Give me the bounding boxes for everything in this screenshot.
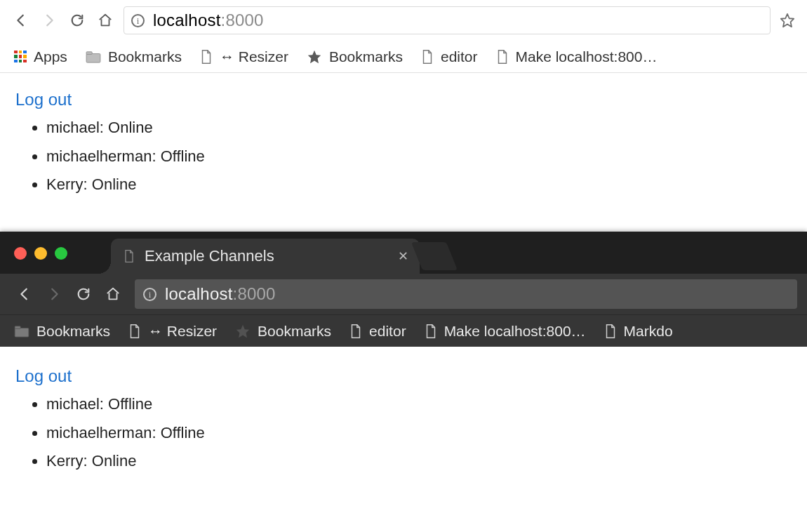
logout-link[interactable]: Log out — [15, 90, 72, 109]
list-item: michaelherman: Offline — [46, 142, 792, 171]
list-item: Kerry: Online — [46, 447, 792, 476]
bookmark-label: Apps — [34, 48, 67, 65]
bookmark-folder[interactable]: Bookmarks — [86, 48, 182, 65]
reload-button[interactable] — [63, 13, 91, 28]
page-content: Log out michael: Offline michaelherman: … — [0, 347, 807, 532]
minimize-window-button[interactable] — [34, 247, 47, 260]
folder-icon — [86, 51, 101, 63]
close-window-button[interactable] — [14, 247, 27, 260]
bookmark-label: Markdo — [624, 323, 673, 340]
page-icon — [604, 324, 617, 339]
bookmark-star-button[interactable] — [775, 13, 800, 28]
svg-rect-2 — [86, 51, 92, 54]
back-button[interactable] — [10, 286, 39, 302]
apps-icon — [14, 51, 27, 63]
home-button[interactable] — [91, 13, 119, 28]
zoom-window-button[interactable] — [55, 247, 67, 260]
list-item: michaelherman: Offline — [46, 419, 792, 448]
bookmark-star-folder[interactable]: Bookmarks — [235, 323, 331, 340]
bookmark-markdown[interactable]: Markdo — [604, 323, 673, 340]
bookmark-editor[interactable]: editor — [349, 323, 406, 340]
star-icon — [235, 324, 251, 339]
bookmark-label: editor — [369, 323, 406, 340]
nav-toolbar: i localhost:8000 — [0, 0, 807, 41]
list-item: michael: Offline — [46, 390, 792, 419]
url-text: localhost:8000 — [165, 284, 276, 304]
bookmark-apps[interactable]: Apps — [14, 48, 67, 65]
svg-rect-4 — [15, 328, 29, 337]
tab-title: Example Channels — [145, 247, 388, 265]
nav-toolbar: i localhost:8000 — [0, 274, 807, 314]
list-item: Kerry: Online — [46, 171, 792, 199]
svg-rect-5 — [15, 326, 20, 328]
folder-icon — [14, 325, 29, 338]
bookmark-resizer[interactable]: ↔ Resizer — [200, 48, 288, 65]
address-bar[interactable]: i localhost:8000 — [135, 279, 797, 309]
user-status-list: michael: Online michaelherman: Offline K… — [46, 114, 792, 199]
bookmark-editor[interactable]: editor — [421, 48, 478, 65]
bookmark-make-localhost[interactable]: Make localhost:800… — [425, 323, 586, 340]
bookmark-make-localhost[interactable]: Make localhost:800… — [496, 48, 658, 65]
star-icon — [307, 49, 322, 65]
browser-tab[interactable]: Example Channels ✕ — [111, 239, 420, 274]
site-info-icon[interactable]: i — [143, 288, 156, 301]
page-icon — [200, 49, 213, 65]
bookmark-label: Bookmarks — [258, 323, 331, 340]
page-icon — [124, 249, 135, 263]
browser-window-light: i localhost:8000 Apps Bookmarks ↔ Resize… — [0, 0, 807, 216]
logout-link[interactable]: Log out — [15, 366, 72, 385]
bookmark-label: Make localhost:800… — [444, 323, 586, 340]
svg-rect-1 — [86, 53, 100, 62]
page-icon — [421, 49, 434, 65]
page-icon — [128, 324, 141, 339]
window-controls — [0, 247, 111, 274]
browser-window-dark: Example Channels ✕ i localhost:8000 Book… — [0, 232, 807, 532]
bookmark-label: Bookmarks — [108, 48, 182, 65]
home-button[interactable] — [98, 286, 128, 302]
page-icon — [496, 49, 509, 65]
forward-button[interactable] — [35, 13, 63, 28]
svg-marker-6 — [236, 324, 249, 337]
page-content: Log out michael: Online michaelherman: O… — [0, 73, 807, 216]
page-icon — [349, 324, 362, 339]
bookmark-label: editor — [441, 48, 478, 65]
site-info-icon[interactable]: i — [131, 14, 145, 27]
titlebar: Example Channels ✕ — [0, 232, 807, 274]
bookmark-label: ↔ Resizer — [220, 48, 288, 65]
bookmark-label: ↔ Resizer — [148, 323, 217, 340]
bookmark-star-folder[interactable]: Bookmarks — [307, 48, 403, 65]
bookmark-label: Make localhost:800… — [516, 48, 658, 65]
forward-button[interactable] — [39, 286, 69, 302]
bookmark-label: Bookmarks — [329, 48, 403, 65]
bookmarks-bar: Apps Bookmarks ↔ Resizer Bookmarks edito… — [0, 41, 807, 73]
tab-close-button[interactable]: ✕ — [398, 248, 408, 264]
page-icon — [425, 324, 437, 339]
bookmarks-bar: Bookmarks ↔ Resizer Bookmarks editor Mak… — [0, 314, 807, 347]
url-text: localhost:8000 — [153, 11, 264, 30]
bookmark-label: Bookmarks — [36, 323, 110, 340]
bookmark-resizer[interactable]: ↔ Resizer — [128, 323, 217, 340]
bookmark-folder[interactable]: Bookmarks — [14, 323, 110, 340]
reload-button[interactable] — [69, 286, 98, 302]
svg-marker-3 — [308, 50, 321, 62]
back-button[interactable] — [7, 13, 35, 28]
user-status-list: michael: Offline michaelherman: Offline … — [46, 390, 792, 476]
address-bar[interactable]: i localhost:8000 — [124, 6, 771, 34]
list-item: michael: Online — [46, 114, 792, 142]
svg-marker-0 — [781, 14, 794, 27]
